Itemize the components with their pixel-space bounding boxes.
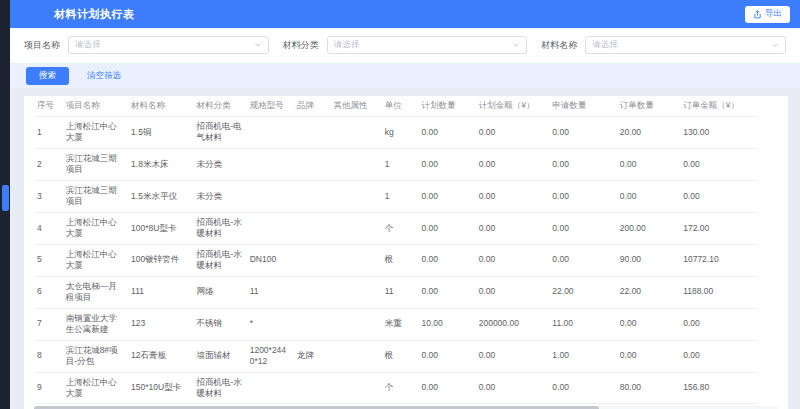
table-row: 6 太仓电梯—月租项目 111 网络 11 11 0.00 0.00 22.00… xyxy=(34,276,758,308)
cell-material: 1.5铜 xyxy=(128,117,193,149)
table-row: 2 滨江花城三期项目 1.8米木床 未分类 1 0.00 0.00 0.00 0… xyxy=(34,148,758,180)
cell-category: 未分类 xyxy=(194,180,247,212)
cell-project: 太仓电梯—月租项目 xyxy=(63,276,128,308)
cell-spec: 1200*2440*12 xyxy=(247,340,294,372)
material-select[interactable]: 请选择 xyxy=(585,36,786,54)
cell-project: 上海松江中心大厦 xyxy=(63,212,128,244)
column-header: 品牌 xyxy=(294,96,331,117)
clear-filter-button[interactable]: 清空筛选 xyxy=(87,70,121,82)
cell-order-amount: 0.00 xyxy=(680,308,758,340)
column-header: 单位 xyxy=(382,96,419,117)
cell-unit: 米重 xyxy=(382,308,419,340)
cell-spec xyxy=(247,148,294,180)
main-area: 材料计划执行表 导出 项目名称 请选择 材料分类 请选择 材料名称 xyxy=(10,0,800,409)
cell-index: 1 xyxy=(34,117,63,149)
material-select-placeholder: 请选择 xyxy=(592,39,618,51)
filter-category-label: 材料分类 xyxy=(283,39,319,52)
table-row: 1 上海松江中心大厦 1.5铜 招商机电-电气材料 kg 0.00 0.00 0… xyxy=(34,117,758,149)
cell-category: 墙面辅材 xyxy=(194,340,247,372)
cell-material: 111 xyxy=(128,276,193,308)
cell-unit: 个 xyxy=(382,372,419,404)
cell-order-qty: 0.00 xyxy=(617,308,680,340)
cell-unit: 1 xyxy=(382,180,419,212)
cell-apply-qty: 0.00 xyxy=(549,148,616,180)
cell-material: 100*8U型卡 xyxy=(128,212,193,244)
cell-plan-qty: 10.00 xyxy=(418,308,475,340)
cell-order-amount: 0.00 xyxy=(680,180,758,212)
cell-apply-qty: 0.00 xyxy=(549,244,616,276)
cell-material: 12石膏板 xyxy=(128,340,193,372)
cell-category: 招商机电-水暖材料 xyxy=(194,372,247,404)
cell-brand xyxy=(294,212,331,244)
cell-unit: 11 xyxy=(382,276,419,308)
cell-other xyxy=(331,148,382,180)
table-row: 8 滨江花城8#项目-分包 12石膏板 墙面辅材 1200*2440*12 龙牌… xyxy=(34,340,758,372)
cell-plan-qty: 0.00 xyxy=(418,276,475,308)
cell-material: 123 xyxy=(128,308,193,340)
cell-other xyxy=(331,308,382,340)
cell-plan-qty: 0.00 xyxy=(418,372,475,404)
column-header: 序号 xyxy=(34,96,63,117)
cell-plan-amount: 0.00 xyxy=(476,148,550,180)
cell-project: 滨江花城8#项目-分包 xyxy=(63,340,128,372)
cell-brand xyxy=(294,372,331,404)
sidebar-expand-handle[interactable] xyxy=(2,185,9,211)
column-header: 规格型号 xyxy=(247,96,294,117)
collapsed-sidebar[interactable] xyxy=(0,0,10,409)
cell-spec xyxy=(247,180,294,212)
cell-category: 网络 xyxy=(194,276,247,308)
category-select[interactable]: 请选择 xyxy=(327,36,528,54)
cell-index: 3 xyxy=(34,180,63,212)
column-header: 订单数量 xyxy=(617,96,680,117)
page-header: 材料计划执行表 导出 xyxy=(10,0,800,28)
material-plan-table: 序号项目名称材料名称材料分类规格型号品牌其他属性单位计划数量计划金额（¥）申请数… xyxy=(34,96,758,404)
cell-material: 1.5米水平仪 xyxy=(128,180,193,212)
cell-order-qty: 22.00 xyxy=(617,276,680,308)
search-button[interactable]: 搜索 xyxy=(26,67,69,85)
project-select[interactable]: 请选择 xyxy=(68,36,269,54)
cell-brand xyxy=(294,308,331,340)
cell-other xyxy=(331,117,382,149)
cell-brand xyxy=(294,148,331,180)
page-title: 材料计划执行表 xyxy=(54,7,135,22)
cell-apply-qty: 0.00 xyxy=(549,212,616,244)
table-row: 7 南钢置业大学生公寓新建 123 不锈钢 * 米重 10.00 200000.… xyxy=(34,308,758,340)
cell-project: 南钢置业大学生公寓新建 xyxy=(63,308,128,340)
column-header: 订单金额（¥） xyxy=(680,96,758,117)
cell-project: 滨江花城三期项目 xyxy=(63,180,128,212)
cell-apply-qty: 0.00 xyxy=(549,180,616,212)
column-header: 计划金额（¥） xyxy=(476,96,550,117)
cell-index: 7 xyxy=(34,308,63,340)
cell-spec: 11 xyxy=(247,276,294,308)
cell-brand xyxy=(294,276,331,308)
cell-other xyxy=(331,340,382,372)
cell-category: 招商机电-水暖材料 xyxy=(194,244,247,276)
export-button[interactable]: 导出 xyxy=(745,6,790,23)
cell-category: 招商机电-水暖材料 xyxy=(194,212,247,244)
cell-other xyxy=(331,372,382,404)
cell-spec: DN100 xyxy=(247,244,294,276)
cell-apply-qty: 1.00 xyxy=(549,340,616,372)
cell-index: 8 xyxy=(34,340,63,372)
cell-plan-qty: 0.00 xyxy=(418,244,475,276)
filter-category: 材料分类 请选择 xyxy=(283,36,528,54)
cell-unit: 根 xyxy=(382,244,419,276)
table-row: 3 滨江花城三期项目 1.5米水平仪 未分类 1 0.00 0.00 0.00 … xyxy=(34,180,758,212)
column-header: 计划数量 xyxy=(418,96,475,117)
cell-plan-amount: 0.00 xyxy=(476,117,550,149)
cell-order-amount: 172.00 xyxy=(680,212,758,244)
column-header: 申请数量 xyxy=(549,96,616,117)
cell-plan-amount: 0.00 xyxy=(476,276,550,308)
project-select-placeholder: 请选择 xyxy=(75,39,101,51)
filter-material: 材料名称 请选择 xyxy=(541,36,786,54)
cell-project: 上海松江中心大厦 xyxy=(63,372,128,404)
cell-apply-qty: 0.00 xyxy=(549,117,616,149)
cell-order-qty: 0.00 xyxy=(617,180,680,212)
cell-order-qty: 80.00 xyxy=(617,372,680,404)
cell-unit: 根 xyxy=(382,340,419,372)
cell-plan-qty: 0.00 xyxy=(418,117,475,149)
cell-plan-qty: 0.00 xyxy=(418,148,475,180)
cell-brand xyxy=(294,117,331,149)
cell-order-amount: 156.80 xyxy=(680,372,758,404)
table-row: 5 上海松江中心大厦 100镀锌管件 招商机电-水暖材料 DN100 根 0.0… xyxy=(34,244,758,276)
